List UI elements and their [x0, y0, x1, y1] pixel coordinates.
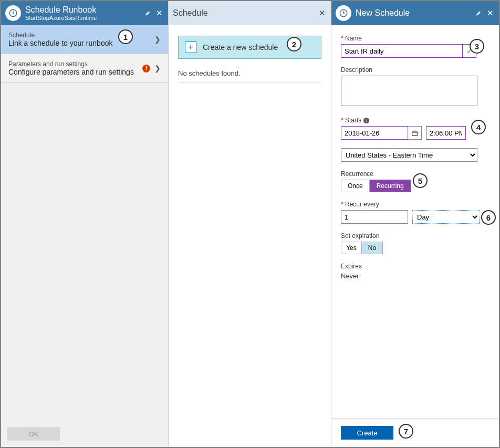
blade3-title: New Schedule	[356, 8, 475, 18]
blade-schedule: Schedule ✕ + Create a new schedule No sc…	[169, 1, 331, 447]
no-schedules-message: No schedules found.	[178, 69, 321, 83]
start-time-input[interactable]	[426, 126, 466, 140]
recur-count-input[interactable]	[341, 210, 408, 224]
expiration-no[interactable]: No	[362, 242, 383, 254]
callout-2: 2	[287, 37, 301, 51]
svg-rect-2	[412, 131, 418, 136]
blade2-header: Schedule ✕	[169, 1, 331, 25]
recur-every-label: Recur every	[341, 201, 489, 208]
callout-1: 1	[118, 29, 133, 44]
close-icon[interactable]: ✕	[319, 8, 326, 18]
blade2-title: Schedule	[173, 8, 319, 18]
clock-icon	[5, 5, 21, 21]
close-icon[interactable]: ✕	[156, 8, 163, 18]
step-small: Schedule	[8, 32, 112, 39]
chevron-right-icon: ❯	[154, 64, 161, 72]
create-bar: Create	[331, 418, 499, 447]
callout-7: 7	[399, 424, 413, 439]
callout-5: 5	[413, 173, 428, 188]
step-link-schedule[interactable]: Schedule Link a schedule to your runbook…	[1, 25, 168, 54]
callout-3: 3	[470, 39, 484, 54]
calendar-icon[interactable]	[408, 126, 422, 140]
recurrence-once[interactable]: Once	[341, 180, 370, 192]
description-label: Description	[341, 66, 489, 74]
set-expiration-label: Set expiration	[341, 232, 489, 239]
create-button[interactable]: Create	[341, 426, 393, 440]
step-small: Parameters and run settings	[8, 60, 134, 68]
clock-icon	[336, 5, 351, 21]
ok-button[interactable]: OK	[7, 427, 60, 441]
expiration-toggle: Yes No	[341, 242, 489, 254]
create-new-schedule-label: Create a new schedule	[203, 43, 278, 51]
callout-4: 4	[471, 120, 486, 134]
info-icon[interactable]: i	[363, 118, 369, 123]
blade-schedule-runbook: Schedule Runbook StartStopAzureSsisRunti…	[1, 1, 169, 447]
name-label: Name	[341, 35, 489, 42]
recur-unit-select[interactable]: Day	[412, 210, 480, 224]
description-input[interactable]	[341, 76, 477, 106]
blade1-subtitle: StartStopAzureSsisRuntime	[25, 15, 144, 21]
blade-new-schedule: New Schedule ✕ Name ✓ Description	[331, 1, 499, 447]
start-date-input[interactable]	[341, 126, 408, 140]
timezone-select[interactable]: United States - Eastern Time	[341, 148, 477, 162]
expiration-yes[interactable]: Yes	[341, 242, 362, 254]
ok-bar: OK	[1, 421, 168, 447]
step-big: Link a schedule to your runbook	[8, 39, 112, 47]
close-icon[interactable]: ✕	[487, 8, 494, 18]
blade3-header: New Schedule ✕	[331, 1, 499, 25]
alert-icon: !	[142, 65, 150, 72]
step-configure-params[interactable]: Parameters and run settings Configure pa…	[1, 54, 168, 83]
chevron-right-icon: ❯	[154, 35, 161, 44]
step-big: Configure parameters and run settings	[8, 68, 134, 76]
plus-icon: +	[185, 41, 196, 53]
recurrence-recurring[interactable]: Recurring	[370, 180, 411, 192]
blade1-header: Schedule Runbook StartStopAzureSsisRunti…	[1, 1, 168, 25]
name-input[interactable]	[341, 44, 463, 58]
expires-value: Never	[341, 272, 489, 280]
expires-label: Expires	[341, 263, 489, 270]
starts-label: Starts i	[341, 117, 489, 124]
blade1-title: Schedule Runbook	[25, 5, 144, 15]
callout-6: 6	[481, 210, 496, 225]
pin-icon[interactable]	[144, 10, 151, 17]
pin-icon[interactable]	[475, 10, 482, 17]
